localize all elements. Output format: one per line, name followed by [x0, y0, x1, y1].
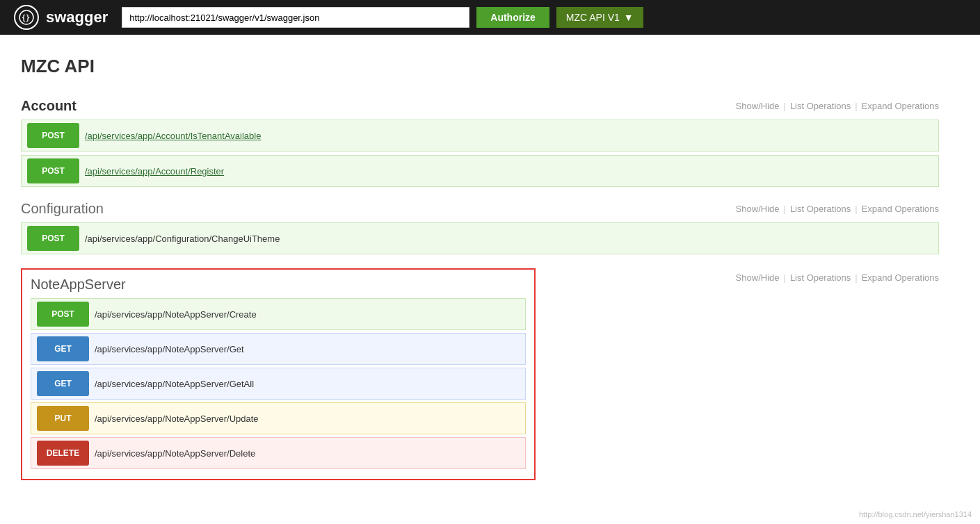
method-post-badge: POST [37, 302, 89, 327]
method-get-badge: GET [37, 371, 89, 396]
endpoint-noteapp-getall[interactable]: GET /api/services/app/NoteAppServer/GetA… [31, 368, 526, 400]
api-group-noteappserver: NoteAppServer POST /api/services/app/Not… [21, 268, 536, 480]
sep4: | [855, 204, 857, 214]
noteapp-show-hide[interactable]: Show/Hide [736, 272, 780, 283]
sep5: | [783, 272, 785, 283]
endpoint-configuration-changeuitheme[interactable]: POST /api/services/app/Configuration/Cha… [21, 222, 939, 254]
sep2: | [855, 101, 857, 111]
api-group-configuration-header: Configuration Show/Hide | List Operation… [21, 201, 939, 217]
authorize-button[interactable]: Authorize [476, 7, 549, 28]
noteapp-group-actions-container: Show/Hide | List Operations | Expand Ope… [536, 268, 939, 283]
endpoint-path: /api/services/app/NoteAppServer/Get [95, 344, 244, 354]
main-content: MZC API Account Show/Hide | List Operati… [0, 35, 960, 515]
chevron-down-icon: ▼ [624, 12, 634, 23]
endpoint-path: /api/services/app/Account/Register [85, 166, 224, 177]
api-version-label: MZC API V1 [566, 12, 620, 23]
swagger-icon: {} [14, 5, 39, 30]
sep3: | [783, 204, 785, 214]
account-list-operations[interactable]: List Operations [790, 101, 851, 111]
account-show-hide[interactable]: Show/Hide [736, 101, 780, 111]
endpoint-noteapp-get[interactable]: GET /api/services/app/NoteAppServer/Get [31, 333, 526, 365]
sep1: | [783, 101, 785, 111]
api-group-noteappserver-header: NoteAppServer [31, 277, 526, 293]
configuration-group-title: Configuration [21, 201, 104, 217]
method-post-badge: POST [27, 123, 79, 148]
endpoint-noteapp-delete[interactable]: DELETE /api/services/app/NoteAppServer/D… [31, 437, 526, 469]
account-expand-operations[interactable]: Expand Operations [862, 101, 939, 111]
method-delete-badge: DELETE [37, 441, 89, 466]
method-get-badge: GET [37, 336, 89, 361]
method-post-badge: POST [27, 158, 79, 183]
account-group-actions: Show/Hide | List Operations | Expand Ope… [736, 101, 939, 111]
sep6: | [855, 272, 857, 283]
endpoint-account-istenant[interactable]: POST /api/services/app/Account/IsTenantA… [21, 120, 939, 152]
endpoint-path: /api/services/app/NoteAppServer/Update [95, 414, 259, 424]
noteapp-group-title: NoteAppServer [31, 277, 126, 293]
endpoint-path: /api/services/app/NoteAppServer/Delete [95, 448, 255, 459]
endpoint-path: /api/services/app/NoteAppServer/Create [95, 309, 257, 320]
noteapp-group-actions: Show/Hide | List Operations | Expand Ope… [549, 271, 939, 283]
endpoint-account-register[interactable]: POST /api/services/app/Account/Register [21, 155, 939, 187]
api-group-account: Account Show/Hide | List Operations | Ex… [21, 98, 939, 187]
method-post-badge: POST [27, 226, 79, 251]
noteapp-list-operations[interactable]: List Operations [790, 272, 851, 283]
api-url-input[interactable] [122, 7, 469, 28]
api-version-button[interactable]: MZC API V1 ▼ [556, 7, 643, 28]
configuration-show-hide[interactable]: Show/Hide [736, 204, 780, 214]
configuration-group-actions: Show/Hide | List Operations | Expand Ope… [736, 204, 939, 214]
endpoint-noteapp-create[interactable]: POST /api/services/app/NoteAppServer/Cre… [31, 298, 526, 330]
page-title: MZC API [21, 56, 939, 77]
header-actions: Authorize MZC API V1 ▼ [476, 7, 643, 28]
configuration-expand-operations[interactable]: Expand Operations [862, 204, 939, 214]
svg-text:{}: {} [22, 14, 30, 22]
logo: {} swagger [14, 5, 108, 30]
api-group-configuration: Configuration Show/Hide | List Operation… [21, 201, 939, 254]
account-group-title: Account [21, 98, 77, 114]
endpoint-noteapp-update[interactable]: PUT /api/services/app/NoteAppServer/Upda… [31, 402, 526, 434]
header: {} swagger Authorize MZC API V1 ▼ [0, 0, 980, 35]
logo-text: swagger [46, 8, 108, 26]
noteapp-expand-operations[interactable]: Expand Operations [862, 272, 939, 283]
watermark: http://blog.csdn.net/yiershan1314 [859, 510, 972, 515]
api-group-account-header: Account Show/Hide | List Operations | Ex… [21, 98, 939, 114]
endpoint-path: /api/services/app/Configuration/ChangeUi… [85, 234, 280, 244]
method-put-badge: PUT [37, 406, 89, 431]
configuration-list-operations[interactable]: List Operations [790, 204, 851, 214]
endpoint-path: /api/services/app/NoteAppServer/GetAll [95, 379, 254, 389]
endpoint-path: /api/services/app/Account/IsTenantAvaila… [85, 131, 261, 141]
